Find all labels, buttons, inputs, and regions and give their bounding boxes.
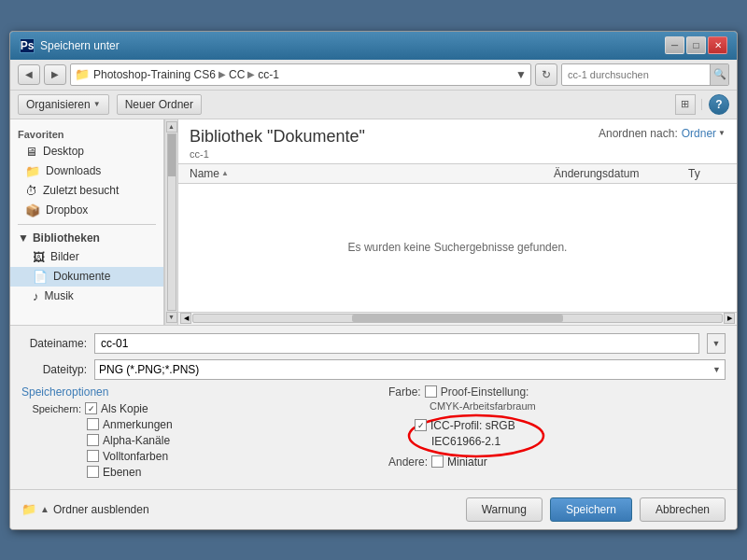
andere-row: Andere: Miniatur [388, 455, 726, 469]
sidebar-scrollbar: ▲ ▼ [164, 119, 177, 325]
forward-button[interactable]: ▶ [44, 64, 66, 85]
filetype-label: Dateityp: [21, 363, 87, 376]
scroll-up-button[interactable]: ▲ [166, 121, 177, 133]
minimize-button[interactable]: ─ [665, 36, 684, 54]
cancel-button[interactable]: Abbrechen [640, 497, 726, 522]
sidebar-item-musik[interactable]: ♪ Musik [10, 287, 163, 306]
filename-row: Dateiname: ▼ [21, 333, 726, 354]
libraries-group-header[interactable]: ▼ Bibliotheken [10, 229, 163, 247]
favorites-header: Favoriten [10, 123, 163, 142]
alpha-checkbox[interactable] [87, 434, 99, 446]
musik-icon: ♪ [33, 289, 39, 303]
window-controls: ─ □ ✕ [665, 36, 727, 54]
sidebar-item-dropbox[interactable]: 📦 Dropbox [10, 201, 163, 220]
action-buttons: Warnung Speichern Abbrechen [466, 497, 726, 522]
libraries-label: Bibliotheken [33, 231, 100, 245]
sidebar-item-downloads[interactable]: 📁 Downloads [10, 161, 163, 181]
bottom-form: Dateiname: ▼ Dateityp: PNG (*.PNG;*.PNS)… [10, 325, 737, 489]
close-button[interactable]: ✕ [708, 36, 727, 54]
spot-checkbox[interactable] [87, 450, 99, 462]
sidebar-item-dokumente[interactable]: 📄 Dokumente [10, 267, 163, 287]
downloads-icon: 📁 [25, 164, 40, 178]
warning-button[interactable]: Warnung [466, 497, 543, 522]
path-text: Photoshop-Training CS6 ▶ CC ▶ cc-1 [93, 68, 279, 81]
path-part-3: cc-1 [258, 68, 279, 81]
options-left: Speicheroptionen Speichern: ✓ Als Kopie … [21, 385, 359, 482]
proof-checkbox[interactable] [425, 385, 437, 398]
column-date-header[interactable]: Änderungsdatum [554, 167, 684, 180]
path-arrow-2: ▶ [247, 69, 255, 79]
path-bar[interactable]: 📁 Photoshop-Training CS6 ▶ CC ▶ cc-1 ▼ [70, 63, 531, 86]
filename-dropdown-button[interactable]: ▼ [707, 333, 726, 354]
library-subtitle: cc-1 [190, 148, 365, 160]
sidebar-item-bilder[interactable]: 🖼 Bilder [10, 247, 163, 267]
copy-label: Als Kopie [101, 402, 148, 415]
sort-dropdown-arrow: ▼ [718, 129, 726, 137]
scroll-thumb [168, 134, 176, 176]
view-controls: ⊞ │ ? [675, 94, 729, 115]
dialog-title: Speichern unter [40, 39, 120, 52]
copy-checkbox[interactable]: ✓ [85, 402, 97, 414]
search-icon[interactable]: 🔍 [710, 64, 728, 85]
save-option-annotations: Anmerkungen [21, 418, 359, 431]
save-button[interactable]: Speichern [550, 497, 632, 522]
column-name-header[interactable]: Name ▲ [190, 167, 550, 180]
column-headers: Name ▲ Änderungsdatum Ty [178, 163, 737, 184]
sidebar-item-label-musik: Musik [45, 289, 74, 302]
filetype-dropdown[interactable]: PNG (*.PNG;*.PNS) ▼ [94, 359, 726, 380]
thumbnail-checkbox[interactable] [431, 455, 444, 468]
color-section-header: Farbe: Proof-Einstellung: [388, 385, 726, 399]
sidebar-item-label-dokumente: Dokumente [53, 270, 110, 283]
content-area: Bibliothek "Dokumente" cc-1 Anordnen nac… [178, 119, 737, 325]
icc-checkbox[interactable]: ✓ [415, 419, 427, 431]
h-scrollbar: ◀ ▶ [178, 312, 737, 325]
app-icon: Ps [20, 38, 35, 53]
sort-value[interactable]: Ordner [682, 127, 716, 140]
h-scroll-left-button[interactable]: ◀ [180, 313, 191, 324]
empty-message: Es wurden keine Suchergebnisse gefunden. [348, 241, 568, 254]
save-options-title[interactable]: Speicheroptionen [21, 385, 359, 399]
toggle-arrow: ▲ [40, 504, 49, 514]
path-dropdown-button[interactable]: ▼ [515, 68, 527, 81]
layers-checkbox[interactable] [87, 466, 99, 478]
icc-value: IEC61966-2.1 [431, 435, 515, 448]
dropbox-icon: 📦 [25, 203, 40, 217]
main-content: Favoriten 🖥 Desktop 📁 Downloads ⏱ Zuletz… [10, 119, 737, 325]
footer-buttons: 📁 ▲ Ordner ausblenden Warnung Speichern … [10, 489, 737, 529]
annotations-checkbox[interactable] [87, 418, 99, 430]
new-folder-button[interactable]: Neuer Ordner [117, 94, 202, 115]
recent-icon: ⏱ [25, 184, 37, 198]
scroll-down-button[interactable]: ▼ [166, 312, 177, 323]
sort-dropdown[interactable]: Ordner ▼ [682, 127, 726, 140]
search-input[interactable] [562, 69, 710, 80]
action-bar: Organisieren ▼ Neuer Ordner ⊞ │ ? [10, 91, 737, 119]
column-type-header[interactable]: Ty [688, 167, 726, 180]
sidebar-item-recent[interactable]: ⏱ Zuletzt besucht [10, 181, 163, 201]
filetype-value: PNG (*.PNG;*.PNS) [99, 363, 199, 376]
sidebar-divider [18, 224, 156, 225]
refresh-button[interactable]: ↻ [535, 63, 557, 86]
organize-button[interactable]: Organisieren ▼ [18, 94, 109, 115]
libraries-arrow: ▼ [18, 231, 29, 245]
filetype-row: Dateityp: PNG (*.PNG;*.PNS) ▼ [21, 359, 726, 380]
sidebar-item-desktop[interactable]: 🖥 Desktop [10, 142, 163, 161]
filename-input[interactable] [94, 333, 699, 354]
back-button[interactable]: ◀ [18, 64, 40, 85]
folder-icon: 📁 [75, 67, 90, 81]
h-scroll-right-button[interactable]: ▶ [724, 313, 735, 324]
spot-label: Volltonfarben [103, 450, 168, 463]
library-title: Bibliothek "Dokumente" [190, 127, 365, 147]
sidebar-item-label-dropbox: Dropbox [46, 203, 88, 217]
sort-label: Anordnen nach: [599, 127, 678, 140]
maximize-button[interactable]: □ [686, 36, 706, 54]
thumbnail-label: Miniatur [447, 455, 487, 469]
help-button[interactable]: ? [709, 94, 729, 115]
view-toggle-button[interactable]: ⊞ [675, 94, 696, 115]
folder-toggle-button[interactable]: 📁 ▲ Ordner ausblenden [21, 502, 149, 516]
h-scroll-thumb [352, 315, 563, 322]
alpha-label: Alpha-Kanäle [103, 434, 170, 447]
search-bar: 🔍 [561, 63, 729, 86]
filename-label: Dateiname: [21, 337, 87, 350]
organize-dropdown-arrow: ▼ [93, 100, 101, 108]
folder-toggle-label: Ordner ausblenden [53, 503, 149, 516]
